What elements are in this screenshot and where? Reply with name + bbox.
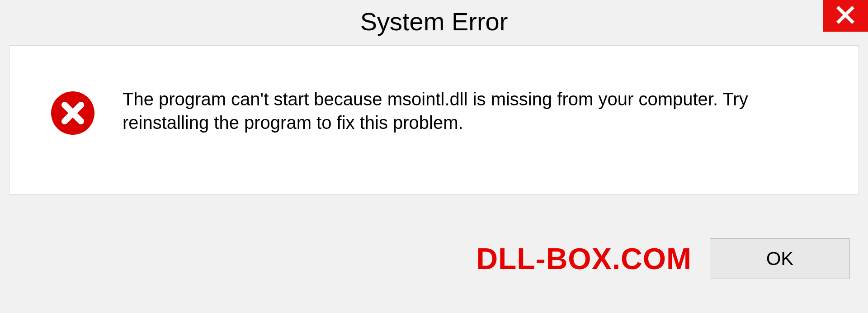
- dialog-title: System Error: [360, 7, 508, 36]
- error-icon: [50, 90, 95, 136]
- close-icon: [835, 5, 855, 27]
- ok-button[interactable]: OK: [710, 238, 850, 279]
- dialog-footer: DLL-BOX.COM OK: [0, 204, 868, 313]
- titlebar: System Error: [0, 0, 868, 45]
- dialog-body: The program can't start because msointl.…: [9, 45, 859, 194]
- watermark-text: DLL-BOX.COM: [476, 242, 692, 276]
- error-message: The program can't start because msointl.…: [123, 87, 818, 134]
- close-button[interactable]: [823, 0, 868, 32]
